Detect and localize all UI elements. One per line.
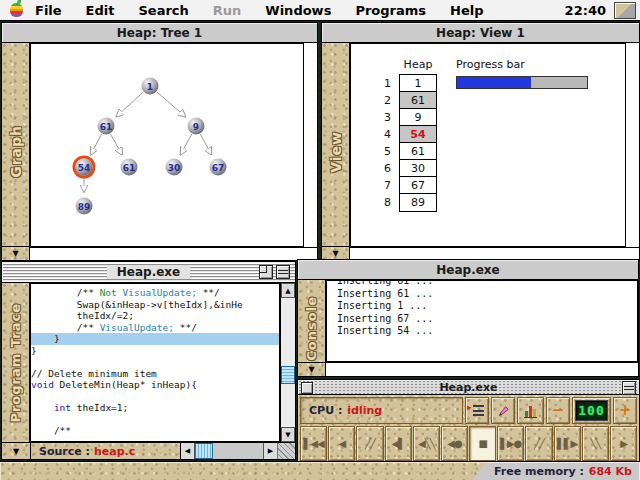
step-pause-button[interactable]: ▌▌▶	[554, 426, 581, 461]
status-bar: Free memory : 684 Kb	[0, 461, 640, 480]
resize-grip[interactable]	[277, 443, 295, 459]
code-vscrollbar[interactable]: ▲ ▼	[280, 283, 295, 442]
heap-cell: 89	[399, 193, 437, 212]
statistics-button[interactable]	[517, 397, 544, 424]
heap-array-table: 1126139454561630767889	[365, 75, 437, 211]
free-memory-label: Free memory :	[494, 465, 584, 478]
console-line: Inserting 54 ...	[337, 325, 637, 338]
console-window-titlebar[interactable]: Heap.exe	[298, 260, 638, 280]
menu-item-help[interactable]: Help	[450, 3, 483, 18]
source-file-indicator: Source : heap.c	[31, 443, 180, 459]
control-window: Heap.exe CPU : idling ▸	[297, 379, 640, 460]
step-back-icon: ◀	[338, 438, 345, 449]
tree-node-61[interactable]: 61	[121, 159, 138, 176]
scroll-right-icon[interactable]: ▶	[263, 443, 277, 459]
view-vscroll-gutter[interactable]	[626, 43, 639, 247]
control-window-titlebar[interactable]: Heap.exe	[298, 380, 639, 395]
back-one-icon: ◀▌	[391, 438, 404, 449]
stop-button[interactable]: ■	[469, 426, 496, 461]
slow-back-button[interactable]: ╱╱	[356, 426, 383, 461]
console-sidebar-menu-button[interactable]: ▼	[298, 362, 325, 376]
run-back-button[interactable]: ◀●	[441, 426, 468, 461]
close-box-icon[interactable]	[301, 382, 313, 394]
menu-item-file[interactable]: File	[35, 3, 62, 18]
row-index: 2	[365, 94, 399, 107]
tree-canvas[interactable]: 16195461306789	[30, 43, 304, 247]
tree-node-30[interactable]: 30	[166, 159, 183, 176]
zoom-box-icon[interactable]	[259, 265, 273, 279]
menu-item-run: Run	[213, 3, 242, 18]
scroll-left-icon[interactable]: ◀	[181, 443, 195, 459]
code-editor[interactable]: /** Not VisualUpdate; **/ Swap(&inHeap->…	[30, 283, 280, 442]
table-row: 454	[365, 125, 437, 143]
step-back-button[interactable]: ◀	[328, 426, 355, 461]
scroll-down-icon[interactable]: ▼	[281, 427, 295, 442]
tree-node-9[interactable]: 9	[188, 118, 205, 135]
console-hscroll-gutter[interactable]	[326, 362, 638, 376]
speed-decrease-button[interactable]: −	[546, 397, 570, 424]
tree-window-titlebar[interactable]: Heap: Tree 1	[2, 23, 317, 43]
console-line: Inserting 61 ...	[337, 280, 637, 288]
source-window-titlebar[interactable]: Heap.exe	[2, 262, 295, 283]
tree-sidebar-menu-button[interactable]: ▼	[2, 246, 29, 260]
tree-sidebar: Graph ▼	[2, 43, 30, 260]
code-line: void DeleteMin(Heap* inHeap){	[31, 379, 279, 391]
menu-item-windows[interactable]: Windows	[265, 3, 331, 18]
windowshade-box-icon[interactable]	[622, 381, 636, 395]
windowshade-box-icon[interactable]	[276, 265, 290, 279]
code-hscrollbar[interactable]: ◀ ▶	[180, 443, 277, 459]
step-forward-button[interactable]: ▶	[610, 426, 637, 461]
fast-back-icon: ◀╲╲	[418, 438, 435, 449]
application-switcher-icon[interactable]	[614, 2, 636, 19]
run-forward-icon: ▌▶●	[500, 438, 521, 449]
console-line: Inserting 67 ...	[337, 313, 637, 326]
trace-list-button[interactable]: ▸	[465, 397, 489, 424]
fast-back-button[interactable]: ◀╲╲	[413, 426, 440, 461]
menu-item-search[interactable]: Search	[138, 3, 188, 18]
table-row: 889	[365, 193, 437, 211]
vscroll-thumb[interactable]	[281, 366, 295, 384]
tree-window: Heap: Tree 1 Graph ▼ 16195461306789	[1, 22, 318, 261]
stop-icon: ■	[478, 438, 486, 449]
run-forward-button[interactable]: ▌▶●	[497, 426, 524, 461]
apple-menu-icon[interactable]	[10, 3, 23, 17]
source-footer-menu-button[interactable]: ▼	[2, 443, 31, 459]
cpu-status-panel: CPU : idling	[300, 397, 463, 424]
view-sidebar-menu-button[interactable]: ▼	[322, 246, 349, 260]
menu-item-programs[interactable]: Programs	[355, 3, 426, 18]
minus-icon: −	[552, 403, 565, 418]
tree-node-61[interactable]: 61	[98, 118, 115, 135]
code-line	[31, 391, 279, 403]
console-output[interactable]: Inserting 61 ...Inserting 61 ...Insertin…	[326, 280, 638, 362]
row-index: 8	[365, 196, 399, 209]
hscroll-thumb[interactable]	[195, 443, 213, 459]
table-row: 11	[365, 74, 437, 92]
table-row: 39	[365, 108, 437, 126]
source-sidebar: Program Trace	[2, 283, 30, 442]
view-window-titlebar[interactable]: Heap: View 1	[322, 23, 639, 43]
console-sidebar: Console ▼	[298, 280, 326, 376]
back-one-button[interactable]: ◀▌	[385, 426, 412, 461]
tree-vscroll-gutter[interactable]	[304, 43, 317, 247]
scroll-up-icon[interactable]: ▲	[281, 283, 295, 298]
cpu-status: idling	[347, 404, 382, 417]
fast-forward-button[interactable]: ╲╲	[582, 426, 609, 461]
console-window: Heap.exe Console ▼ Inserting 61 ...Inser…	[297, 259, 639, 377]
tree-hscroll-gutter[interactable]	[30, 247, 317, 260]
menu-item-edit[interactable]: Edit	[86, 3, 115, 18]
code-line: theIdx/=2;	[31, 310, 279, 322]
tree-node-89[interactable]: 89	[76, 198, 93, 215]
tree-node-54-selected[interactable]: 54	[76, 159, 93, 176]
source-file-name: heap.c	[94, 445, 135, 458]
edit-button[interactable]	[491, 397, 515, 424]
row-index: 4	[365, 128, 399, 141]
tree-node-1[interactable]: 1	[142, 78, 159, 95]
tree-node-67[interactable]: 67	[210, 159, 227, 176]
slow-forward-button[interactable]: ╱╱	[525, 426, 552, 461]
view-sidebar: View ▼	[322, 43, 350, 260]
code-line	[31, 414, 279, 426]
row-index: 6	[365, 162, 399, 175]
code-line: Swap(&inHeap->v[theIdx],&inHe	[31, 299, 279, 311]
skip-to-start-button[interactable]: ▌◀◀	[300, 426, 327, 461]
speed-increase-button[interactable]: +	[613, 397, 637, 424]
